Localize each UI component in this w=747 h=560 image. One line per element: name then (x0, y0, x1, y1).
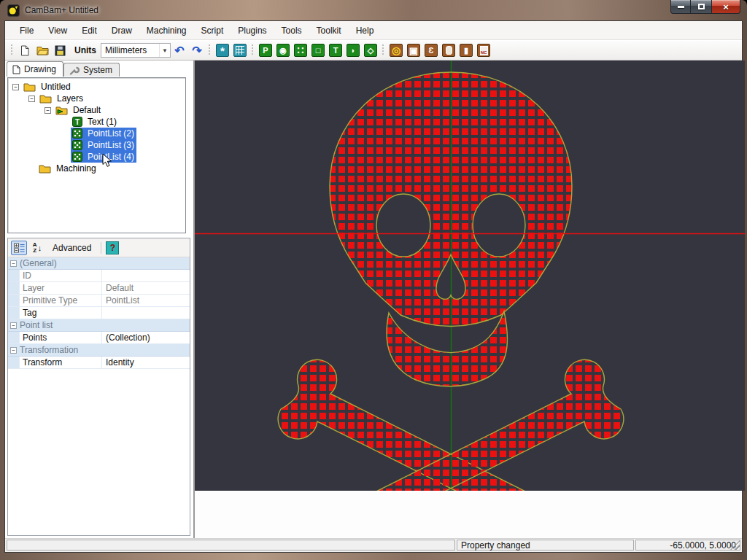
machine-gcode-button[interactable]: NC (476, 42, 492, 58)
drawing-canvas[interactable] (195, 61, 742, 491)
canvas-margin-area (195, 492, 742, 538)
collapse-icon[interactable]: − (10, 260, 17, 267)
property-value[interactable]: PointList (102, 295, 190, 306)
property-label: Tag (20, 307, 102, 319)
close-button[interactable]: × (711, 0, 740, 14)
menu-view[interactable]: View (41, 23, 74, 39)
draw-pointlist-button[interactable]: ∷ (293, 42, 309, 58)
machine-engrave-button[interactable]: ▮ (458, 42, 474, 58)
menu-machining[interactable]: Machining (139, 23, 194, 39)
property-row-points[interactable]: Points (Collection) (8, 332, 190, 344)
alphabetical-sort-button[interactable]: AZ ↓ (29, 241, 45, 255)
open-file-button[interactable] (34, 42, 50, 58)
property-row-id[interactable]: ID (8, 270, 190, 282)
tree-item-default-layer[interactable]: − Default (8, 104, 185, 116)
status-bar: Property changed -65.0000, 5.0000 (5, 538, 742, 552)
draw-pointlist-icon: ∷ (294, 44, 307, 57)
status-message: Property changed (457, 540, 634, 551)
redo-button[interactable]: ↷ (189, 42, 205, 58)
combo-dropdown-icon[interactable]: ▼ (159, 44, 170, 57)
snap-grid-icon (233, 44, 247, 57)
toolbar-grip[interactable] (382, 44, 385, 56)
menu-script[interactable]: Script (194, 23, 231, 39)
machine-lathe-button[interactable] (441, 42, 457, 58)
snap-points-button[interactable]: * (214, 42, 231, 58)
property-category-transformation[interactable]: − Transformation (8, 344, 190, 357)
machine-drill-button[interactable]: ◎ (388, 42, 404, 58)
collapse-icon[interactable]: − (28, 96, 35, 102)
property-rows: − (General) ID Layer Default (8, 257, 190, 369)
toolbar-grip[interactable] (208, 44, 212, 56)
menu-file[interactable]: File (12, 23, 41, 39)
tree-item-label: Default (71, 104, 103, 116)
property-row-transform[interactable]: Transform Identity (8, 357, 190, 369)
draw-polyline-button[interactable]: P (258, 42, 274, 58)
collapse-icon[interactable]: − (44, 107, 51, 114)
machine-lathe-icon (442, 44, 455, 57)
indent-strip (8, 357, 20, 368)
indent-strip (8, 307, 20, 319)
collapse-icon[interactable]: − (10, 347, 17, 354)
property-value[interactable]: Identity (102, 357, 190, 368)
minimize-icon (678, 6, 684, 8)
menu-tools[interactable]: Tools (274, 23, 309, 39)
indent-strip (8, 295, 20, 306)
property-row-primitive-type[interactable]: Primitive Type PointList (8, 295, 190, 307)
tree-item-layers[interactable]: − Layers (8, 93, 185, 104)
tree-item-pointlist-4[interactable]: PointList (4) (8, 151, 185, 163)
drawing-page-icon (12, 65, 20, 74)
redo-icon: ↷ (192, 44, 201, 58)
title-bar[interactable]: CamBam+ Untitled × (0, 0, 747, 20)
pointlist-object-icon (72, 128, 82, 139)
collapse-icon[interactable]: − (12, 84, 19, 90)
help-button[interactable]: ? (106, 241, 119, 254)
property-label: Transform (20, 357, 102, 368)
property-row-tag[interactable]: Tag (8, 307, 190, 319)
canvas-viewport[interactable] (195, 61, 745, 491)
draw-polyline-icon: P (259, 44, 272, 57)
machine-pocket-icon: ▣ (407, 44, 420, 57)
property-value[interactable]: Default (102, 283, 190, 293)
property-row-layer[interactable]: Layer Default (8, 282, 190, 295)
menu-toolkit[interactable]: Toolkit (309, 23, 349, 39)
menu-plugins[interactable]: Plugins (231, 23, 274, 39)
toolbar-grip[interactable] (251, 44, 255, 56)
tree-item-machining[interactable]: Machining (8, 163, 185, 174)
undo-button[interactable]: ↶ (171, 42, 187, 58)
tab-drawing[interactable]: Drawing (7, 61, 63, 77)
draw-circle-button[interactable]: ◉ (275, 42, 291, 58)
collapse-icon[interactable]: − (10, 322, 17, 329)
tab-system[interactable]: System (63, 63, 120, 77)
minimize-button[interactable] (670, 0, 691, 14)
tree-item-pointlist-3[interactable]: PointList (3) (8, 139, 185, 151)
maximize-button[interactable] (691, 0, 711, 14)
tree-item-untitled[interactable]: − Untitled (8, 81, 185, 93)
draw-text-button[interactable]: T (328, 42, 344, 58)
menu-edit[interactable]: Edit (74, 23, 104, 39)
new-file-button[interactable] (17, 42, 33, 58)
toolbar-grip[interactable] (10, 44, 14, 56)
drawing-tree[interactable]: − Untitled − Layers − (7, 77, 186, 233)
advanced-button[interactable]: Advanced (47, 241, 96, 254)
sort-arrow-icon: ↓ (38, 244, 42, 252)
menu-draw[interactable]: Draw (104, 23, 139, 39)
machine-profile-button[interactable]: Ɛ (423, 42, 439, 58)
units-combobox[interactable]: Millimeters ▼ (101, 43, 171, 58)
save-file-button[interactable] (52, 42, 68, 58)
folder-icon (23, 82, 36, 92)
app-logo-icon (7, 4, 20, 17)
maximize-icon (698, 4, 705, 9)
snap-grid-button[interactable] (232, 42, 248, 58)
tree-item-text-1[interactable]: T Text (1) (8, 116, 185, 128)
property-category-point-list[interactable]: − Point list (8, 319, 190, 332)
draw-rectangle-button[interactable]: □ (310, 42, 326, 58)
menu-help[interactable]: Help (349, 23, 382, 39)
categorized-view-button[interactable] (11, 241, 27, 255)
property-category-general[interactable]: − (General) (8, 257, 190, 270)
machine-pocket-button[interactable]: ▣ (406, 42, 422, 58)
draw-surface-button[interactable]: ◇ (363, 42, 379, 58)
draw-region-button[interactable]: ◗ (345, 42, 361, 58)
property-value[interactable]: (Collection) (102, 332, 190, 343)
tree-item-pointlist-2[interactable]: PointList (2) (8, 128, 185, 139)
tree-item-label: Text (1) (85, 116, 119, 128)
